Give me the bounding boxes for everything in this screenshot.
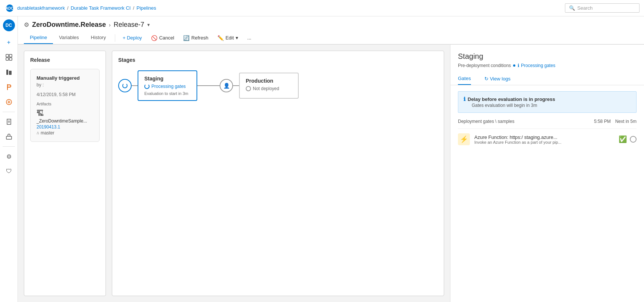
subtitle-status-text: Processing gates bbox=[521, 63, 555, 68]
release-section: Release Manually triggered by : 4/12/201… bbox=[24, 51, 106, 296]
svg-rect-2 bbox=[6, 54, 9, 57]
stages-flow: Staging Processing gates Evaluation to s… bbox=[118, 70, 438, 101]
app-body: DC + ⚙ 🛡 ⚙ ZeroDowntime.Release bbox=[0, 16, 644, 302]
artifact-name: _ZeroDowntimeSample... bbox=[37, 118, 93, 124]
tab-history[interactable]: History bbox=[85, 32, 112, 44]
staging-name: Staging bbox=[144, 76, 191, 82]
search-icon: 🔍 bbox=[569, 5, 575, 11]
staging-status-text: Processing gates bbox=[151, 84, 186, 89]
sidebar-icon-boards[interactable] bbox=[2, 66, 16, 79]
pipeline-canvas: Release Manually triggered by : 4/12/201… bbox=[18, 45, 450, 302]
right-panel-header: Staging Pre-deployment conditions ℹ Proc… bbox=[450, 45, 644, 85]
stage-box-production[interactable]: Production Not deployed bbox=[239, 73, 299, 99]
breadcrumb-sep1: / bbox=[67, 5, 69, 11]
release-section-title: Release bbox=[30, 57, 100, 63]
svg-rect-4 bbox=[6, 58, 9, 60]
toolbar: + Deploy 🚫 Cancel 🔄 Refresh ✏️ Edit ▾ bbox=[118, 33, 256, 43]
info-icon: ℹ bbox=[464, 96, 465, 102]
stage-connector-production: 👤 bbox=[220, 79, 233, 92]
line-1 bbox=[132, 85, 138, 86]
breadcrumb-project[interactable]: Durable Task Framework CI bbox=[71, 5, 131, 11]
edit-chevron: ▾ bbox=[236, 35, 238, 41]
sidebar-icon-testplans[interactable] bbox=[2, 115, 16, 128]
refresh-label: Refresh bbox=[191, 35, 208, 41]
breadcrumb-org[interactable]: durabletaskframework bbox=[17, 5, 65, 11]
cancel-button[interactable]: 🚫 Cancel bbox=[147, 33, 179, 43]
sidebar-icon-pipelines[interactable] bbox=[2, 95, 16, 109]
gate-desc: Invoke an Azure Function as a part of yo… bbox=[474, 140, 614, 144]
sidebar-icon-settings[interactable]: ⚙ bbox=[2, 150, 16, 163]
search-box[interactable]: 🔍 Search bbox=[565, 3, 640, 13]
svg-rect-3 bbox=[9, 54, 12, 57]
svg-rect-9 bbox=[6, 136, 12, 139]
edit-button[interactable]: ✏️ Edit ▾ bbox=[213, 33, 243, 43]
production-status-text: Not deployed bbox=[253, 86, 279, 91]
subtitle-pre: Pre-deployment conditions bbox=[458, 63, 511, 68]
breadcrumb: durabletaskframework / Durable Task Fram… bbox=[17, 5, 156, 11]
stage-gate-staging[interactable] bbox=[118, 79, 132, 92]
release-name: Release-7 bbox=[114, 21, 144, 29]
svg-rect-7 bbox=[9, 71, 12, 75]
more-button[interactable]: ... bbox=[243, 33, 256, 43]
staging-eval: Evaluation to start in 3m bbox=[144, 91, 191, 96]
gates-section-meta: 5:58 PM Next in 5m bbox=[594, 119, 637, 124]
stage-connector-staging bbox=[118, 79, 132, 92]
sidebar-icon-artifacts[interactable] bbox=[2, 130, 16, 143]
gates-section-label: Deployment gates \ samples bbox=[458, 119, 514, 124]
gates-section-header: Deployment gates \ samples 5:58 PM Next … bbox=[458, 119, 637, 125]
check-pending-icon bbox=[630, 136, 637, 143]
sidebar-icon-overview[interactable] bbox=[2, 51, 16, 64]
gates-time: 5:58 PM bbox=[594, 119, 611, 124]
info-banner-title: ℹ Delay before evaluation is in progress bbox=[464, 96, 631, 102]
deploy-button[interactable]: + Deploy bbox=[118, 33, 147, 43]
sidebar-icon-security[interactable]: 🛡 bbox=[2, 165, 16, 178]
artifact-branch: ⑃ master bbox=[37, 130, 93, 136]
tab-pipeline[interactable]: Pipeline bbox=[24, 32, 53, 44]
sidebar-icon-repos[interactable] bbox=[2, 80, 16, 94]
sidebar: DC + ⚙ 🛡 bbox=[0, 16, 18, 302]
right-panel: Staging Pre-deployment conditions ℹ Proc… bbox=[450, 45, 644, 302]
gate-checks: ✅ bbox=[619, 135, 637, 143]
check-pass-icon: ✅ bbox=[619, 135, 627, 143]
svg-rect-5 bbox=[9, 58, 12, 60]
info-banner: ℹ Delay before evaluation is in progress… bbox=[458, 91, 637, 113]
production-circle bbox=[246, 86, 251, 91]
breadcrumb-pipelines[interactable]: Pipelines bbox=[136, 5, 156, 11]
line-3 bbox=[233, 85, 239, 86]
artifact-link[interactable]: 20190413.1 bbox=[37, 124, 93, 130]
view-logs-link[interactable]: ↻ View logs bbox=[484, 76, 511, 82]
sidebar-icon-add[interactable]: + bbox=[2, 36, 16, 49]
production-status: Not deployed bbox=[246, 86, 292, 91]
pipeline-sections: Release Manually triggered by : 4/12/201… bbox=[24, 51, 444, 296]
spinner-staging bbox=[122, 83, 128, 88]
gates-next: Next in 5m bbox=[615, 119, 637, 124]
right-panel-tabs: Gates ↻ View logs bbox=[450, 73, 644, 85]
trigger-datetime: 4/12/2019, 5:58 PM bbox=[37, 92, 93, 97]
pipeline-icon: ⚙ bbox=[24, 21, 29, 28]
stage-gate-production[interactable]: 👤 bbox=[220, 79, 233, 92]
topbar: ADO durabletaskframework / Durable Task … bbox=[0, 0, 644, 16]
info-banner-title-text: Delay before evaluation is in progress bbox=[468, 96, 555, 102]
page-title: ZeroDowntime.Release bbox=[32, 21, 106, 29]
right-panel-body: ℹ Delay before evaluation is in progress… bbox=[450, 85, 644, 302]
tab-variables[interactable]: Variables bbox=[53, 32, 85, 44]
staging-status: Processing gates bbox=[144, 84, 191, 89]
artifact-item: 🏗 _ZeroDowntimeSample... 20190413.1 ⑃ ma… bbox=[37, 109, 93, 136]
stage-box-staging[interactable]: Staging Processing gates Evaluation to s… bbox=[138, 70, 197, 101]
info-banner-sub: Gates evaluation will begin in 3m bbox=[464, 103, 631, 108]
sidebar-divider-2 bbox=[3, 146, 15, 147]
gate-name: Azure Function: https:/ staging.azure... bbox=[474, 134, 614, 140]
search-placeholder: Search bbox=[577, 5, 593, 11]
release-dropdown[interactable]: ▾ bbox=[147, 22, 150, 28]
gate-info: Azure Function: https:/ staging.azure...… bbox=[474, 134, 614, 144]
pipeline-area: Release Manually triggered by : 4/12/201… bbox=[18, 45, 644, 302]
right-tab-gates[interactable]: Gates bbox=[458, 73, 471, 85]
refresh-button[interactable]: 🔄 Refresh bbox=[179, 33, 213, 43]
artifact-icon: 🏗 bbox=[37, 109, 93, 118]
tab-divider bbox=[115, 34, 115, 42]
content-area: ⚙ ZeroDowntime.Release › Release-7 ▾ Pip… bbox=[18, 16, 644, 302]
title-arrow: › bbox=[109, 22, 111, 28]
trigger-by: by : bbox=[37, 82, 93, 88]
right-panel-title: Staging bbox=[458, 52, 637, 61]
page-title-row: ⚙ ZeroDowntime.Release › Release-7 ▾ bbox=[24, 16, 638, 32]
